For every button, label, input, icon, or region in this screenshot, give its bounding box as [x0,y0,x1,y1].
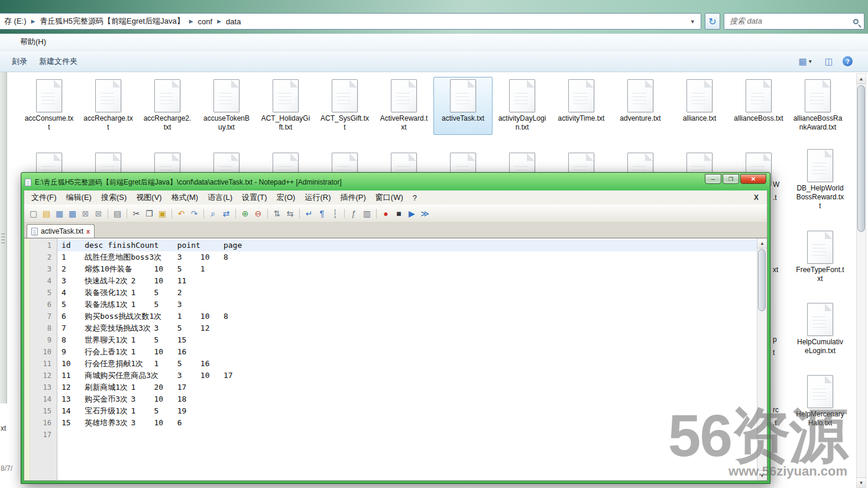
line-text: 7 发起竞技场挑战3次 3 5 12 [57,322,757,334]
file-item[interactable]: HelpMercenaryHalo.txt [791,375,850,428]
copy-icon[interactable]: ❐ [144,208,155,219]
search-box[interactable]: 搜索 data [724,13,864,30]
menu-settings[interactable]: 设置(T) [237,191,272,204]
help-button[interactable]: ? [843,56,853,66]
refresh-button[interactable]: ↻ [705,13,720,30]
undo-icon[interactable]: ↶ [176,208,187,219]
left-scrollbar[interactable] [0,72,7,403]
menu-help[interactable]: ? [408,192,422,203]
zoom-in-icon[interactable]: ⊕ [239,208,251,219]
change-view-button[interactable]: ▦ ▾ [795,56,815,67]
menu-help[interactable]: 帮助(H) [14,34,52,50]
save-all-icon[interactable]: ▩ [67,208,78,219]
file-item[interactable]: accRecharge.txt [79,77,138,135]
file-item[interactable]: DB_HelpWorldBossReward.txt [791,149,850,211]
scroll-down-icon[interactable]: ▼ [857,477,866,487]
file-item[interactable]: alliance.txt [670,77,729,135]
menu-format[interactable]: 格式(M) [167,191,203,204]
menu-search[interactable]: 搜索(S) [96,191,131,204]
file-item[interactable]: ACT_HolidayGift.txt [256,77,315,135]
print-icon[interactable]: ▤ [112,208,123,219]
function-list-icon[interactable]: ƒ [348,208,359,219]
editor-line: 32 熔炼10件装备 10 5 1 [24,263,757,275]
paste-icon[interactable]: ▣ [157,208,168,219]
scroll-up-icon[interactable]: ▲ [857,74,866,84]
file-item[interactable]: accuseTokenBuy.txt [197,77,256,135]
breadcrumb-item-source-folder[interactable]: 青丘狐H5完整源码【前端Egret后端Java】 [36,16,187,27]
file-item[interactable]: HelpCumulativeLogin.txt [791,303,850,356]
breadcrumb-item-drive[interactable]: 存 (E:) [1,16,30,27]
sync-horizontal-icon[interactable]: ⇆ [284,208,296,219]
close-button[interactable]: ✕ [740,174,766,184]
scroll-down-icon[interactable]: ▼ [757,470,767,480]
editor[interactable]: 1id desc finishCount point page 21 战胜任意地… [24,238,767,481]
file-item[interactable]: ActiveReward.txt [374,77,433,135]
record-macro-icon[interactable]: ● [380,208,391,219]
editor-scrollbar[interactable]: ▲ ▼ [757,238,767,480]
indent-guide-icon[interactable]: ┆ [329,208,341,219]
open-folder-icon[interactable]: ▤ [41,208,52,219]
text-file-icon [807,231,833,264]
replace-icon[interactable]: ⇄ [221,208,232,219]
tab-close-icon[interactable]: x [86,228,90,235]
file-item[interactable]: adventure.txt [611,77,670,135]
maximize-button[interactable]: ❐ [723,174,739,184]
scrollbar-thumb[interactable] [857,85,865,232]
doc-map-icon[interactable]: ▥ [361,208,373,219]
preview-pane-button[interactable]: ◫ [825,56,833,67]
menu-file[interactable]: 文件(F) [27,191,61,204]
show-all-chars-icon[interactable]: ¶ [316,208,328,219]
notepad-titlebar[interactable]: E:\青丘狐H5完整源码【前端Egret后端Java】\conf\data\ac… [24,173,767,190]
file-item-selected[interactable]: activeTask.txt [433,77,493,135]
cut-icon[interactable]: ✂ [131,208,142,219]
toolbar-separator [376,209,377,218]
menu-macro[interactable]: 宏(O) [272,191,300,204]
menu-language[interactable]: 语言(L) [203,191,237,204]
address-dropdown-icon[interactable]: ▾ [688,18,697,25]
close-doc-icon[interactable]: ⊠ [80,208,91,219]
line-number: 17 [24,429,57,441]
menu-edit[interactable]: 编辑(E) [61,191,96,204]
menubar-close-icon[interactable]: X [748,193,765,202]
explorer-scrollbar[interactable]: ▲ ▼ [856,73,866,488]
file-item[interactable]: FreeTypeFont.txt [791,231,850,283]
find-icon[interactable]: ⌕ [208,208,219,219]
minimize-button[interactable]: ─ [705,174,721,184]
menu-run[interactable]: 运行(R) [300,191,335,204]
line-text: 11 商城购买任意商品3次 3 10 17 [57,370,757,382]
burn-button[interactable]: 刻录 [6,54,33,69]
explorer-address-row: 存 (E:) ▶ 青丘狐H5完整源码【前端Egret后端Java】 ▶ conf… [0,13,868,31]
address-bar[interactable]: 存 (E:) ▶ 青丘狐H5完整源码【前端Egret后端Java】 ▶ conf… [0,13,701,30]
menu-view[interactable]: 视图(V) [131,191,166,204]
file-item[interactable]: allianceBoss.txt [729,77,788,135]
sync-vertical-icon[interactable]: ⇅ [271,208,283,219]
file-item[interactable]: accConsume.txt [20,77,79,135]
new-folder-button[interactable]: 新建文件夹 [33,54,83,69]
new-file-icon[interactable]: ▢ [28,208,39,219]
close-all-icon[interactable]: ⊠ [93,208,104,219]
scrollbar-thumb[interactable] [758,249,766,311]
file-name: accRecharge.txt [83,114,133,132]
breadcrumb-item-conf[interactable]: conf [195,17,216,26]
tab-activetask[interactable]: activeTask.txt x [27,224,95,238]
file-item[interactable]: activityDayLogin.txt [493,77,552,135]
search-icon[interactable] [853,19,859,24]
file-item[interactable]: accRecharge2.txt [138,77,197,135]
zoom-out-icon[interactable]: ⊖ [252,208,264,219]
word-wrap-icon[interactable]: ↵ [303,208,315,219]
stop-macro-icon[interactable]: ■ [393,208,404,219]
menu-plugins[interactable]: 插件(P) [335,191,370,204]
menu-window[interactable]: 窗口(W) [371,191,408,204]
play-macro-icon[interactable]: ▶ [406,208,417,219]
file-item[interactable]: ACT_SysGift.txt [315,77,374,135]
breadcrumb-item-data[interactable]: data [222,17,244,26]
line-text: 3 快速战斗2次 2 10 11 [57,275,757,287]
run-multi-icon[interactable]: ≫ [419,208,430,219]
redo-icon[interactable]: ↷ [189,208,200,219]
file-item[interactable]: allianceBossRankAward.txt [788,77,847,135]
scroll-up-icon[interactable]: ▲ [757,238,767,248]
line-number: 8 [24,322,57,334]
save-icon[interactable]: ▦ [54,208,65,219]
file-item[interactable]: activityTime.txt [552,77,611,135]
line-number: 4 [24,275,57,287]
